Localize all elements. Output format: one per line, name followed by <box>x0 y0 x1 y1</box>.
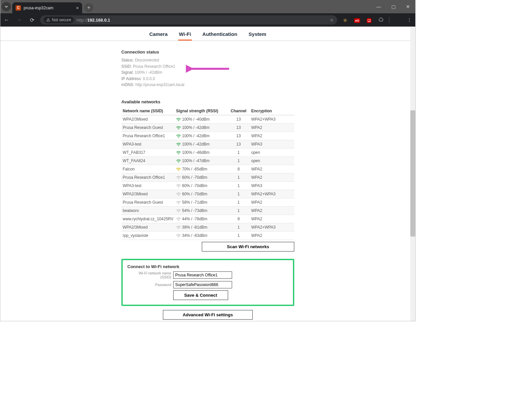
cell-channel: 1 <box>227 190 250 198</box>
cell-rssi: 60% / -70dBm <box>175 190 227 198</box>
network-row[interactable]: Falcon70% / -65dBm8WPA2 <box>121 165 294 173</box>
cell-encryption: WPA2 <box>250 206 294 215</box>
cell-encryption: open <box>250 148 294 156</box>
tab-favicon: C <box>16 5 21 11</box>
nav-reload-button[interactable]: ⟳ <box>28 17 36 23</box>
tab-system[interactable]: System <box>248 29 267 41</box>
scan-networks-button[interactable]: Scan Wi-Fi networks <box>202 242 294 252</box>
ssid-field[interactable] <box>173 271 232 279</box>
network-row[interactable]: www.rychlydrat.cz_10425RV44% / -78dBm9WP… <box>121 215 294 223</box>
page-viewport[interactable]: Camera Wi-Fi Authentication System Conne… <box>0 27 415 321</box>
network-row[interactable]: rpp_vystaviste34% / -83dBm1WPA2 <box>121 231 294 240</box>
advanced-settings-button[interactable]: Advanced Wi-Fi settings <box>163 310 253 320</box>
network-row[interactable]: Prusa Research Office1100% / -42dBm13WPA… <box>121 132 294 140</box>
svg-point-11 <box>178 195 179 196</box>
url-host: 192.168.0.1 <box>87 18 110 23</box>
cell-channel: 1 <box>227 223 250 231</box>
save-connect-button[interactable]: Save & Connect <box>173 290 228 300</box>
wifi-signal-icon <box>176 218 181 221</box>
svg-point-16 <box>178 237 179 238</box>
status-label: Status: <box>121 58 134 62</box>
nav-forward-button[interactable]: → <box>15 17 24 23</box>
network-row[interactable]: Prusa Research Guest100% / -42dBm13WPA2 <box>121 123 294 132</box>
cell-rssi: 100% / -40dBm <box>175 115 227 123</box>
ssid-value: Prusa Research Office1 <box>133 64 175 69</box>
warning-icon <box>46 18 50 22</box>
browser-menu-button[interactable]: ⋮ <box>405 17 413 23</box>
network-row[interactable]: Prusa Research Guest58% / -71dBm1WPA2 <box>121 198 294 206</box>
extensions-puzzle-icon[interactable] <box>377 17 385 23</box>
network-row[interactable]: WT_FAA824100% / -47dBm1open <box>121 156 294 165</box>
cell-channel: 1 <box>227 231 250 240</box>
svg-point-14 <box>178 220 179 221</box>
wifi-signal-icon <box>176 151 181 155</box>
extension-icon-1[interactable]: ◉ <box>341 17 349 23</box>
cell-ssid: WPA3-test <box>121 140 175 148</box>
connection-status-heading: Connection status <box>121 50 294 54</box>
active-browser-tab[interactable]: C prusa-esp32cam × <box>12 2 82 13</box>
cell-rssi: 34% / -83dBm <box>175 231 227 240</box>
cell-ssid: WT_FAB317 <box>121 148 175 156</box>
password-field[interactable] <box>173 281 232 288</box>
tab-authentication[interactable]: Authentication <box>202 29 238 41</box>
cell-rssi: 60% / -70dBm <box>175 173 227 181</box>
wifi-signal-icon <box>176 126 181 130</box>
wifi-signal-icon <box>176 234 181 238</box>
mdns-label: mDNS: <box>121 82 134 87</box>
cell-encryption: WPA2 <box>250 165 294 173</box>
cell-rssi: 38% / -81dBm <box>175 223 227 231</box>
extension-icon-2[interactable]: ❏ <box>365 17 373 23</box>
nav-back-button[interactable]: ← <box>2 17 11 23</box>
cell-encryption: WPA3 <box>250 181 294 190</box>
cell-rssi: 100% / -42dBm <box>175 140 227 148</box>
tablist-expand-button[interactable] <box>2 2 11 11</box>
cell-ssid: WPA2/3Mixed <box>121 223 175 231</box>
cell-encryption: WPA2 <box>250 132 294 140</box>
svg-point-1 <box>48 21 49 21</box>
col-encryption: Encryption <box>250 107 294 115</box>
network-row[interactable]: beatworx54% / -73dBm1WPA2 <box>121 206 294 215</box>
new-tab-button[interactable]: + <box>84 3 93 12</box>
network-row[interactable]: WPA2/3Mixed100% / -40dBm13WPA2+WPA3 <box>121 115 294 123</box>
network-row[interactable]: WPA2/3Mixed38% / -81dBm1WPA2+WPA3 <box>121 223 294 231</box>
cell-channel: 9 <box>227 215 250 223</box>
cell-encryption: WPA2 <box>250 215 294 223</box>
wifi-signal-icon <box>176 184 181 188</box>
tab-close-button[interactable]: × <box>76 5 79 11</box>
network-row[interactable]: WPA2/3Mixed60% / -70dBm1WPA2+WPA3 <box>121 190 294 198</box>
scrollbar-thumb[interactable] <box>410 110 415 237</box>
connect-form: Connect to Wi-Fi network Wi-Fi network n… <box>121 259 294 306</box>
network-row[interactable]: WPA3-test60% / -70dBm1WPA3 <box>121 181 294 190</box>
signal-value: 100% / -42dBm <box>135 70 162 75</box>
cell-ssid: Falcon <box>121 165 175 173</box>
networks-table: Network name (SSID) Signal strength (RSS… <box>121 107 294 240</box>
cell-encryption: WPA2 <box>250 198 294 206</box>
col-rssi: Signal strength (RSSI) <box>175 107 227 115</box>
wifi-signal-icon <box>176 159 181 163</box>
wifi-signal-icon <box>176 143 181 147</box>
bookmark-star-icon[interactable]: ☆ <box>330 18 334 23</box>
network-row[interactable]: Prusa Research Office160% / -70dBm1WPA2 <box>121 173 294 181</box>
network-row[interactable]: WPA3-test100% / -42dBm13WPA3 <box>121 140 294 148</box>
ssid-label: SSID: <box>121 64 132 69</box>
cell-channel: 13 <box>227 123 250 132</box>
svg-point-4 <box>178 137 179 138</box>
window-minimize-button[interactable]: — <box>371 0 386 13</box>
window-maximize-button[interactable]: ▢ <box>386 0 401 13</box>
mdns-value: http://prusa-esp32cam.local <box>135 82 184 87</box>
wifi-signal-icon <box>176 226 181 230</box>
svg-point-13 <box>178 212 179 213</box>
window-close-button[interactable]: ✕ <box>401 0 415 13</box>
browser-window: C prusa-esp32cam × + — ▢ ✕ ← → ⟳ Not sec… <box>0 0 416 321</box>
cell-encryption: WPA2 <box>250 231 294 240</box>
url-protocol: http:// <box>76 18 87 23</box>
cell-ssid: beatworx <box>121 206 175 215</box>
tab-camera[interactable]: Camera <box>149 29 168 41</box>
address-bar[interactable]: Not secure http://192.168.0.1 ☆ <box>40 15 337 25</box>
extension-ublock-icon[interactable]: uO <box>353 17 361 23</box>
cell-ssid: WPA2/3Mixed <box>121 190 175 198</box>
network-row[interactable]: WT_FAB317100% / -46dBm1open <box>121 148 294 156</box>
tab-wifi[interactable]: Wi-Fi <box>178 29 192 41</box>
cell-channel: 13 <box>227 140 250 148</box>
security-badge[interactable]: Not secure <box>44 17 74 23</box>
